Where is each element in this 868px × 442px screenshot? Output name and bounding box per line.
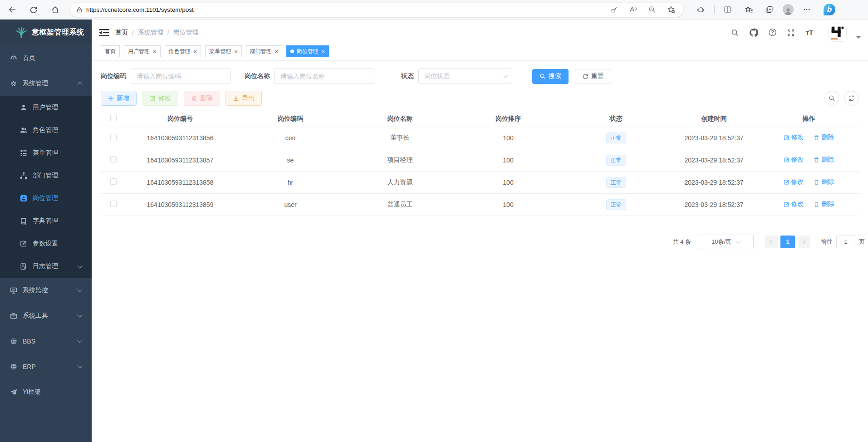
sidebar-item-menus[interactable]: 菜单管理 [0, 142, 92, 164]
row-checkbox[interactable] [110, 134, 117, 140]
home-icon[interactable] [47, 3, 63, 16]
posts-table: 岗位编号 岗位编码 岗位名称 岗位排序 状态 创建时间 操作 164103059… [101, 111, 859, 216]
row-delete-button[interactable]: 删除 [814, 156, 834, 164]
cell-created: 2023-03-29 18:52:37 [669, 127, 759, 149]
sidebar-item-posts[interactable]: 岗位管理 [0, 187, 92, 210]
sidebar-item-label: BBS [23, 338, 35, 345]
sidebar-item-parameters[interactable]: 参数设置 [0, 232, 92, 255]
row-edit-button[interactable]: 修改 [784, 156, 804, 164]
fullscreen-icon[interactable] [785, 27, 797, 39]
back-icon[interactable] [5, 3, 20, 16]
refresh-icon[interactable] [26, 3, 41, 16]
close-icon[interactable]: × [321, 49, 325, 54]
row-edit-button[interactable]: 修改 [784, 178, 804, 186]
sidebar-item-tools[interactable]: 系统工具 [0, 303, 92, 329]
sidebar-item-yi-framework[interactable]: Yi框架 [0, 379, 92, 405]
close-icon[interactable]: × [275, 49, 279, 54]
sidebar-item-erp[interactable]: ERP [0, 354, 92, 379]
toolbar-divider [714, 5, 715, 14]
sidebar-item-departments[interactable]: 部门管理 [0, 164, 92, 187]
address-bar[interactable]: https://ccnetcore.com:1101/system/post [70, 3, 683, 17]
collections-icon[interactable] [762, 3, 777, 16]
close-icon[interactable]: × [153, 49, 157, 54]
favorites-icon[interactable] [741, 3, 756, 16]
add-favorite-icon[interactable] [663, 3, 679, 16]
sidebar-item-system[interactable]: 系统管理 [0, 71, 92, 96]
sidebar-item-label: 用户管理 [33, 103, 58, 112]
sidebar-item-monitor[interactable]: 系统监控 [0, 278, 92, 303]
row-checkbox[interactable] [110, 201, 117, 207]
reset-button[interactable]: 重置 [575, 69, 611, 84]
tab-post-mgmt[interactable]: 岗位管理 × [286, 45, 329, 57]
lock-icon [76, 6, 83, 13]
browser-profile-avatar[interactable] [783, 4, 794, 15]
bing-copilot-icon[interactable]: b [823, 3, 836, 16]
sidebar-item-label: 系统监控 [23, 286, 48, 295]
zoom-out-icon[interactable] [644, 3, 660, 16]
post-code-label: 岗位编码 [101, 72, 126, 80]
sidebar: 意框架管理系统 首页 系统管理 用户管理 角色管理 菜单 [0, 20, 92, 442]
sidebar-item-logs[interactable]: 日志管理 [0, 255, 92, 278]
edit-button[interactable]: 修改 [142, 91, 178, 106]
tab-home[interactable]: 首页 [101, 45, 120, 57]
sidebar-item-bbs[interactable]: BBS [0, 329, 92, 354]
collapse-sidebar-icon[interactable] [99, 29, 109, 37]
add-button[interactable]: 新增 [101, 91, 137, 106]
help-icon[interactable] [766, 27, 778, 39]
settings-more-icon[interactable] [799, 3, 814, 16]
pagination: 共 4 条 10条/页 1 前往 页 [101, 235, 865, 249]
breadcrumb-home[interactable]: 首页 [115, 29, 128, 37]
delete-button[interactable]: 删除 [184, 91, 220, 106]
row-edit-button[interactable]: 修改 [784, 133, 804, 142]
post-name-input[interactable] [275, 69, 374, 84]
prev-page-button[interactable] [765, 236, 778, 248]
page-number-1[interactable]: 1 [780, 236, 795, 248]
toolbox-icon [10, 312, 17, 319]
search-button[interactable]: 搜索 [532, 69, 569, 84]
header-search-icon[interactable] [729, 27, 741, 39]
sidebar-item-label: 字典管理 [33, 217, 58, 225]
read-aloud-icon[interactable] [625, 3, 641, 16]
caret-down-icon[interactable] [856, 36, 861, 39]
book-icon [20, 217, 27, 225]
sidebar-item-label: 角色管理 [33, 126, 58, 134]
post-code-input[interactable] [131, 69, 230, 84]
sidebar-item-home[interactable]: 首页 [0, 45, 92, 71]
select-all-checkbox[interactable] [110, 115, 117, 121]
close-icon[interactable]: × [234, 49, 238, 54]
tab-dept-mgmt[interactable]: 部门管理 × [246, 45, 283, 57]
sidebar-item-label: 系统管理 [23, 79, 48, 88]
download-icon [233, 95, 239, 102]
globe-icon [10, 338, 17, 345]
row-checkbox[interactable] [110, 178, 117, 185]
extensions-icon[interactable] [693, 3, 709, 16]
tab-menu-mgmt[interactable]: 菜单管理 × [205, 45, 242, 57]
tab-user-mgmt[interactable]: 用户管理 × [124, 45, 161, 57]
font-size-icon[interactable]: ᴛT [804, 27, 815, 39]
goto-page-input[interactable] [836, 236, 855, 248]
page-size-select[interactable]: 10条/页 [698, 235, 754, 249]
row-delete-button[interactable]: 删除 [814, 133, 834, 142]
row-edit-button[interactable]: 修改 [784, 200, 804, 208]
table-toolbar: 新增 修改 删除 导出 [101, 91, 859, 106]
split-screen-icon[interactable] [720, 3, 736, 16]
github-icon[interactable] [748, 27, 760, 39]
tab-role-mgmt[interactable]: 角色管理 × [165, 45, 201, 57]
row-checkbox[interactable] [110, 156, 117, 162]
status-select[interactable]: 岗位状态 [418, 69, 512, 84]
export-button[interactable]: 导出 [226, 91, 262, 106]
password-key-icon[interactable] [606, 3, 622, 16]
row-delete-button[interactable]: 删除 [814, 200, 834, 208]
sidebar-item-dictionary[interactable]: 字典管理 [0, 210, 92, 232]
row-delete-button[interactable]: 删除 [814, 178, 834, 186]
url-text[interactable]: https://ccnetcore.com:1101/system/post [86, 6, 606, 13]
close-icon[interactable]: × [194, 49, 197, 54]
next-page-button[interactable] [798, 236, 810, 248]
refresh-table-button[interactable] [844, 91, 859, 106]
status-badge: 正常 [606, 155, 626, 166]
app-logo[interactable]: 意框架管理系统 [0, 20, 92, 45]
user-avatar[interactable] [829, 24, 847, 42]
sidebar-item-roles[interactable]: 角色管理 [0, 119, 92, 142]
toggle-search-button[interactable] [824, 91, 839, 106]
sidebar-item-users[interactable]: 用户管理 [0, 96, 92, 119]
